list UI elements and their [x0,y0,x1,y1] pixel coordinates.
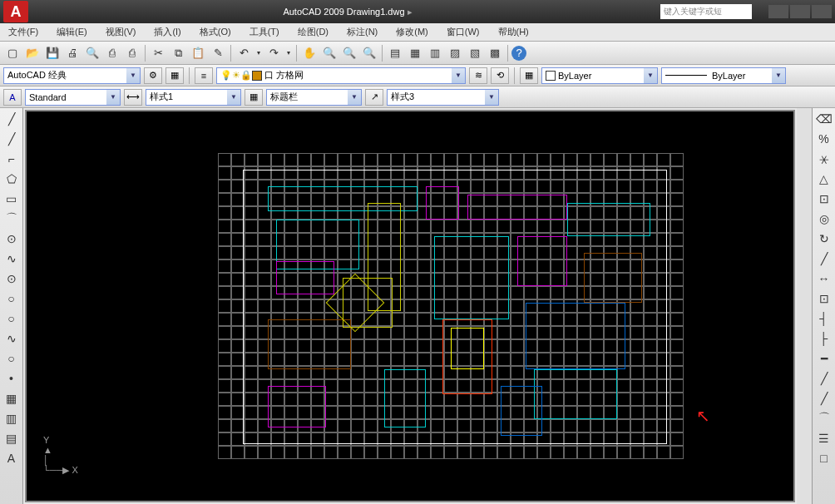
paste-icon[interactable]: 📋 [189,44,207,62]
close-button[interactable] [812,5,832,18]
properties-icon[interactable]: ▤ [386,44,404,62]
workspace-settings-icon[interactable]: ⚙ [144,67,162,84]
chevron-down-icon[interactable]: ▼ [348,90,361,105]
modify-tool-9[interactable]: ⊡ [815,289,833,308]
modify-tool-1[interactable]: % [815,130,833,148]
draw-tool-1[interactable]: ╱ [2,130,21,148]
chevron-down-icon[interactable]: ▼ [227,90,240,105]
preview-icon[interactable]: 🔍 [83,44,101,62]
text-style-icon[interactable]: A [3,89,22,106]
mleader-style-combo[interactable]: 样式3 ▼ [387,89,499,106]
modify-tool-2[interactable]: ⚹ [815,150,833,168]
chevron-down-icon[interactable]: ▼ [485,90,498,105]
modify-tool-12[interactable]: ━ [815,349,833,368]
pan-icon[interactable]: ✋ [300,44,319,62]
menu-view[interactable]: 视图(V) [102,24,140,40]
mleader-style-icon[interactable]: ↗ [365,89,383,106]
scrollbar-vertical[interactable] [797,108,812,504]
table-style-combo[interactable]: 标题栏 ▼ [266,89,362,106]
modify-tool-5[interactable]: ◎ [815,210,833,228]
draw-tool-3[interactable]: ⬠ [2,170,21,188]
draw-tool-6[interactable]: ⊙ [2,230,21,248]
minimize-button[interactable] [768,5,788,18]
modify-tool-6[interactable]: ↻ [815,230,833,248]
modify-tool-7[interactable]: ╱ [815,250,833,268]
chevron-down-icon[interactable]: ▼ [126,68,140,83]
cut-icon[interactable]: ✂ [149,44,167,62]
open-icon[interactable]: 📂 [23,44,42,62]
zoom-win-icon[interactable]: 🔍 [340,44,358,62]
linetype-combo[interactable]: ByLayer ▼ [661,67,786,84]
draw-tool-14[interactable]: ▦ [2,389,21,408]
draw-tool-15[interactable]: ▥ [2,409,21,427]
modify-tool-10[interactable]: ┤ [815,309,833,328]
modify-tool-11[interactable]: ├ [815,329,833,348]
draw-tool-16[interactable]: ▤ [2,429,21,447]
layer-states-icon[interactable]: ≡ [195,67,213,84]
markup-icon[interactable]: ▧ [466,44,484,62]
draw-tool-10[interactable]: ○ [2,309,21,328]
menu-help[interactable]: 帮助(H) [495,24,532,40]
draw-tool-2[interactable]: ⌐ [2,150,21,168]
draw-tool-9[interactable]: ○ [2,289,21,308]
chevron-down-icon[interactable]: ▼ [644,68,657,83]
color-combo[interactable]: ByLayer ▼ [541,67,658,84]
menu-window[interactable]: 窗口(W) [443,24,483,40]
layer-combo[interactable]: 💡 ☀ 🔒 口 方格网 ▼ [216,67,466,84]
menu-draw[interactable]: 绘图(D) [294,24,332,40]
app-logo[interactable]: A [3,1,28,22]
toolpal-icon[interactable]: ▨ [446,44,464,62]
menu-edit[interactable]: 编辑(E) [53,24,91,40]
modify-tool-8[interactable]: ↔ [815,269,833,288]
sheet-icon[interactable]: ▦ [406,44,424,62]
print-icon[interactable]: 🖨 [63,44,82,62]
redo-drop-icon[interactable]: ▾ [284,44,293,62]
draw-tool-7[interactable]: ∿ [2,250,21,268]
modify-tool-14[interactable]: ╱ [815,389,833,408]
draw-tool-12[interactable]: ○ [2,349,21,368]
modify-tool-17[interactable]: □ [815,449,833,467]
modify-tool-3[interactable]: △ [815,170,833,188]
modify-tool-13[interactable]: ╱ [815,369,833,388]
text-style-combo[interactable]: Standard ▼ [25,89,121,106]
menu-tools[interactable]: 工具(T) [246,24,283,40]
chevron-down-icon[interactable]: ▼ [772,68,785,83]
color-control-icon[interactable]: ▦ [520,67,538,84]
workspace-lock-icon[interactable]: ▦ [166,67,184,84]
menu-format[interactable]: 格式(O) [196,24,235,40]
draw-tool-11[interactable]: ∿ [2,329,21,348]
publish-icon[interactable]: ⎙ [103,44,121,62]
draw-tool-17[interactable]: A [2,449,21,467]
modify-tool-0[interactable]: ⌫ [815,110,833,128]
drawing-canvas[interactable]: Y ▲│└──▶ X ↖ [25,110,795,502]
maximize-button[interactable] [790,5,810,18]
calc-icon[interactable]: ▩ [486,44,504,62]
modify-tool-16[interactable]: ☰ [815,429,833,447]
zoom-prev-icon[interactable]: 🔍 [360,44,378,62]
workspace-combo[interactable]: AutoCAD 经典 ▼ [3,67,141,84]
chevron-down-icon[interactable]: ▼ [452,68,465,83]
menu-insert[interactable]: 插入(I) [151,24,184,40]
draw-tool-13[interactable]: • [2,369,21,388]
copy-icon[interactable]: ⧉ [169,44,187,62]
undo-icon[interactable]: ↶ [235,44,253,62]
search-input[interactable]: 键入关键字或短 [660,4,752,19]
design-icon[interactable]: ▥ [426,44,444,62]
dim-style-icon[interactable]: ⟷ [124,89,142,106]
menu-dimension[interactable]: 标注(N) [343,24,381,40]
menu-modify[interactable]: 修改(M) [393,24,432,40]
dim-style-combo[interactable]: 样式1 ▼ [146,89,241,106]
new-icon[interactable]: ▢ [3,44,22,62]
layer-prev-icon[interactable]: ⟲ [491,67,509,84]
help-icon[interactable]: ? [511,46,526,61]
menu-file[interactable]: 文件(F) [5,24,42,40]
undo-drop-icon[interactable]: ▾ [254,44,263,62]
layer-manager-icon[interactable]: ≋ [469,67,487,84]
modify-tool-4[interactable]: ⊡ [815,190,833,208]
zoom-rt-icon[interactable]: 🔍 [320,44,338,62]
redo-icon[interactable]: ↷ [264,44,283,62]
match-icon[interactable]: ✎ [209,44,227,62]
draw-tool-5[interactable]: ⌒ [2,210,21,228]
draw-tool-4[interactable]: ▭ [2,190,21,208]
draw-tool-0[interactable]: ╱ [2,110,21,128]
